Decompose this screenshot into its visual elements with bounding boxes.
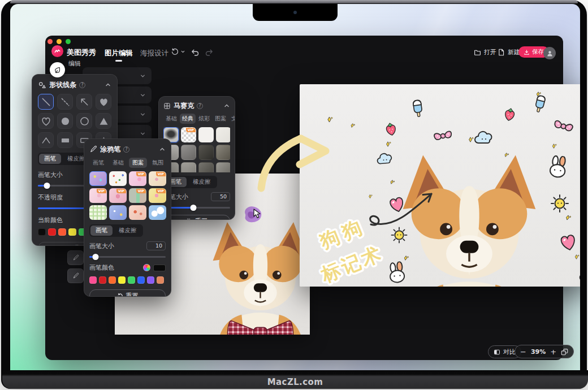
doodle-pattern-option[interactable]: VIP: [149, 171, 166, 186]
mosaic-texture-option[interactable]: VIP: [216, 145, 230, 160]
shape-option[interactable]: [96, 113, 111, 129]
doodle-pattern-option[interactable]: VIP: [129, 205, 146, 220]
close-window-button[interactable]: [47, 39, 53, 44]
reset-button[interactable]: 重置: [163, 215, 230, 220]
doodle-pattern-option[interactable]: VIP: [109, 205, 127, 220]
doodle-pattern-option[interactable]: VIP: [129, 171, 146, 186]
color-swatch[interactable]: [48, 228, 56, 236]
compare-label: 对比: [503, 348, 516, 356]
reset-button[interactable]: 重置: [89, 289, 166, 297]
pen-nib-icon: [52, 64, 63, 75]
doodle-pattern-option[interactable]: VIP: [89, 171, 107, 186]
mosaic-texture-option[interactable]: VIP: [216, 162, 230, 172]
category-tab[interactable]: 基础: [109, 158, 127, 168]
brush-color-label: 画笔颜色: [89, 263, 114, 272]
color-swatch[interactable]: [109, 276, 116, 284]
mosaic-texture-option[interactable]: VIP: [216, 127, 230, 142]
vip-badge: VIP: [136, 189, 146, 193]
zoom-out-button[interactable]: −: [520, 348, 526, 356]
doodle-pattern-option[interactable]: VIP: [129, 188, 146, 203]
help-icon[interactable]: ?: [123, 146, 129, 153]
color-swatch[interactable]: [99, 276, 106, 284]
category-tab[interactable]: 基础: [163, 114, 179, 124]
mosaic-texture-option[interactable]: VIP: [181, 162, 196, 172]
shape-option[interactable]: [38, 94, 54, 110]
shape-option[interactable]: [76, 94, 92, 110]
shape-option[interactable]: [57, 132, 73, 148]
brush-size-value[interactable]: 10: [146, 241, 166, 250]
category-tab[interactable]: 炫彩: [196, 114, 212, 124]
color-swatch[interactable]: [89, 276, 97, 284]
mosaic-size-slider[interactable]: [163, 207, 230, 209]
mosaic-texture-option[interactable]: VIP: [198, 127, 214, 142]
category-tab[interactable]: 图案: [213, 114, 228, 124]
slider-knob[interactable]: [92, 254, 98, 260]
history-button[interactable]: [171, 47, 185, 56]
slider-knob[interactable]: [191, 205, 197, 211]
color-swatch[interactable]: [58, 228, 66, 236]
mode-tab[interactable]: 橡皮擦: [188, 177, 216, 187]
category-tab[interactable]: 经典: [180, 114, 196, 124]
shape-panel-title: 形状线条: [49, 80, 76, 90]
undo-button[interactable]: [190, 47, 200, 57]
category-tab[interactable]: 文字: [229, 114, 235, 124]
shape-option[interactable]: [57, 94, 73, 110]
color-wheel-icon[interactable]: [143, 264, 150, 271]
help-icon[interactable]: ?: [197, 103, 203, 109]
new-button[interactable]: 新建: [498, 48, 520, 57]
mode-tab[interactable]: 画笔: [39, 154, 61, 164]
maximize-window-button[interactable]: [66, 39, 71, 44]
category-tab[interactable]: 图案: [129, 158, 147, 168]
redo-button[interactable]: [205, 47, 214, 57]
tab-image-edit[interactable]: 图片编辑: [105, 49, 133, 58]
doodle-sticker: [384, 141, 391, 148]
mosaic-texture-option[interactable]: VIP: [181, 127, 196, 142]
mode-tab[interactable]: 画笔: [90, 226, 113, 236]
category-tab[interactable]: 氛围: [149, 158, 167, 168]
doodle-pattern-option[interactable]: VIP: [149, 205, 166, 220]
mosaic-texture-option[interactable]: VIP: [198, 162, 214, 172]
color-swatch[interactable]: [38, 228, 46, 236]
shape-option[interactable]: [76, 113, 92, 129]
tab-poster-design[interactable]: 海报设计: [140, 49, 168, 58]
fit-screen-icon[interactable]: [561, 348, 568, 356]
collapse-panel-button[interactable]: [105, 81, 111, 88]
shape-option[interactable]: [38, 113, 54, 129]
shape-option[interactable]: [96, 94, 111, 110]
canvas-photo-annotated[interactable]: 狗狗 标记术: [300, 84, 580, 287]
mosaic-size-value[interactable]: 50: [211, 192, 230, 201]
tool-button-pen-2[interactable]: [67, 268, 84, 283]
shape-option[interactable]: [38, 132, 54, 148]
doodle-pattern-option[interactable]: VIP: [89, 205, 107, 220]
color-swatch[interactable]: [68, 228, 76, 236]
doodle-sticker: [551, 143, 557, 149]
color-swatch[interactable]: [118, 276, 126, 284]
slider-knob[interactable]: [44, 183, 50, 189]
brush-size-slider[interactable]: [89, 256, 166, 258]
doodle-pattern-option[interactable]: VIP: [109, 171, 127, 186]
mosaic-texture-option[interactable]: VIP: [181, 145, 196, 160]
open-button[interactable]: 打开: [474, 48, 496, 57]
collapse-panel-button[interactable]: [223, 102, 230, 109]
category-tab[interactable]: 画笔: [89, 158, 107, 168]
color-swatch[interactable]: [128, 276, 135, 284]
vip-badge: VIP: [186, 128, 196, 132]
help-icon[interactable]: ?: [79, 82, 85, 88]
mosaic-texture-option[interactable]: VIP: [198, 145, 214, 160]
minimize-window-button[interactable]: [57, 39, 62, 44]
tool-button-pen-1[interactable]: [67, 250, 84, 265]
mode-tab[interactable]: 橡皮擦: [114, 226, 142, 236]
zoom-in-button[interactable]: +: [550, 348, 556, 356]
shape-option[interactable]: [57, 113, 73, 129]
color-swatch[interactable]: [147, 276, 154, 284]
active-tool-badge: [50, 62, 65, 77]
mosaic-panel-title: 马赛克: [174, 101, 194, 111]
current-brush-color[interactable]: [153, 265, 166, 271]
doodle-pattern-option[interactable]: VIP: [109, 188, 127, 203]
collapse-panel-button[interactable]: [159, 146, 166, 153]
doodle-pattern-option[interactable]: VIP: [89, 188, 107, 203]
color-swatch[interactable]: [157, 276, 164, 284]
avatar[interactable]: [543, 47, 556, 59]
doodle-pattern-option[interactable]: VIP: [149, 188, 166, 203]
color-swatch[interactable]: [137, 276, 145, 284]
